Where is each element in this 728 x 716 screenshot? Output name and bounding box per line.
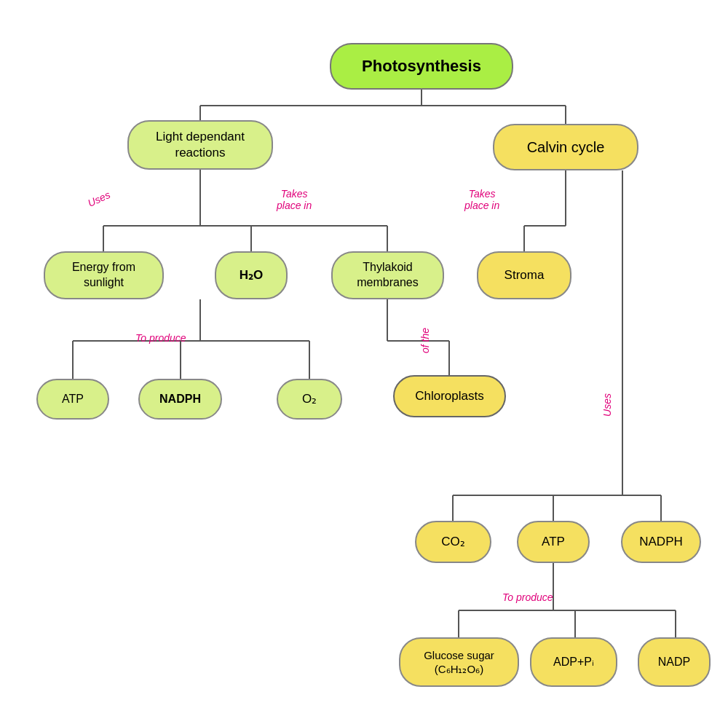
adp-pi-node: ADP+Pᵢ <box>530 637 617 687</box>
o2-node: O₂ <box>277 379 342 420</box>
o2-label: O₂ <box>302 391 317 407</box>
chloroplasts-node: Chloroplasts <box>393 375 506 417</box>
calvin-cycle-label: Calvin cycle <box>527 138 605 157</box>
to-produce-right-label: To produce <box>502 591 553 603</box>
atp-right-node: ATP <box>517 521 590 563</box>
connector-lines <box>0 0 728 716</box>
photosynthesis-node: Photosynthesis <box>330 43 513 90</box>
light-reactions-label: Light dependantreactions <box>156 129 245 161</box>
nadph-left-label: NADPH <box>159 392 201 407</box>
energy-sunlight-node: Energy fromsunlight <box>44 251 164 299</box>
photosynthesis-label: Photosynthesis <box>362 56 481 77</box>
diagram-container: Photosynthesis Light dependantreactions … <box>0 0 728 716</box>
nadp-node: NADP <box>638 637 711 687</box>
glucose-node: Glucose sugar(C₆H₁₂O₆) <box>399 637 519 687</box>
h2o-label: H₂O <box>240 267 264 283</box>
co2-node: CO₂ <box>415 521 491 563</box>
takes-place-in-calvin-label: Takesplace in <box>464 188 499 211</box>
to-produce-left-label: To produce <box>135 332 186 344</box>
light-reactions-node: Light dependantreactions <box>127 120 273 170</box>
thylakoid-node: Thylakoidmembranes <box>331 251 444 299</box>
h2o-node: H₂O <box>215 251 288 299</box>
uses-right-label: Uses <box>601 393 613 417</box>
of-the-label: of the <box>419 328 431 353</box>
uses-left-label: Uses <box>86 189 112 209</box>
stroma-node: Stroma <box>477 251 571 299</box>
calvin-cycle-node: Calvin cycle <box>493 124 638 170</box>
nadph-right-node: NADPH <box>621 521 701 563</box>
nadph-left-node: NADPH <box>138 379 222 420</box>
nadph-right-label: NADPH <box>639 534 683 550</box>
co2-label: CO₂ <box>441 534 465 550</box>
atp-left-node: ATP <box>36 379 109 420</box>
adp-pi-label: ADP+Pᵢ <box>553 655 594 670</box>
glucose-label: Glucose sugar(C₆H₁₂O₆) <box>424 648 494 677</box>
nadp-label: NADP <box>658 655 690 670</box>
energy-sunlight-label: Energy fromsunlight <box>72 260 135 291</box>
takes-place-in-light-label: Takesplace in <box>277 188 312 211</box>
stroma-label: Stroma <box>505 267 545 283</box>
thylakoid-label: Thylakoidmembranes <box>357 260 418 291</box>
atp-left-label: ATP <box>62 392 84 407</box>
atp-right-label: ATP <box>542 534 565 550</box>
chloroplasts-label: Chloroplasts <box>415 388 484 404</box>
